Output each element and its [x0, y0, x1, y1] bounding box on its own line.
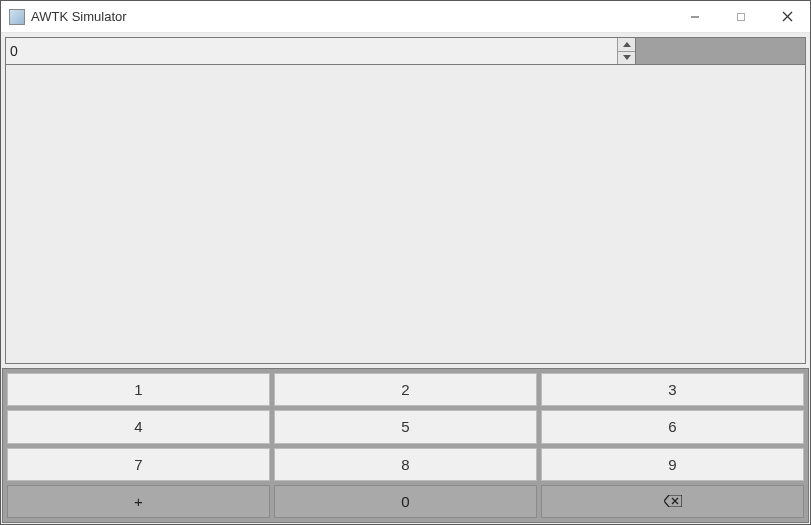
client-area: 1 2 3 4 5 6 7 8 9 + 0	[1, 33, 810, 524]
content-area	[5, 65, 806, 364]
key-backspace[interactable]	[541, 485, 804, 518]
key-9[interactable]: 9	[541, 448, 804, 481]
svg-marker-5	[623, 55, 631, 60]
window-title: AWTK Simulator	[31, 9, 127, 24]
key-6[interactable]: 6	[541, 410, 804, 443]
app-icon	[9, 9, 25, 25]
key-8[interactable]: 8	[274, 448, 537, 481]
svg-marker-4	[623, 42, 631, 47]
spin-down-button[interactable]	[618, 52, 635, 65]
key-2[interactable]: 2	[274, 373, 537, 406]
svg-rect-1	[738, 13, 745, 20]
key-3[interactable]: 3	[541, 373, 804, 406]
input-row	[5, 37, 806, 65]
keypad: 1 2 3 4 5 6 7 8 9 + 0	[2, 368, 809, 523]
minimize-button[interactable]	[672, 1, 718, 33]
app-window: AWTK Simulator	[0, 0, 811, 525]
side-button[interactable]	[636, 37, 806, 65]
spin-up-button[interactable]	[618, 38, 635, 52]
titlebar: AWTK Simulator	[1, 1, 810, 33]
key-4[interactable]: 4	[7, 410, 270, 443]
key-0[interactable]: 0	[274, 485, 537, 518]
key-plus[interactable]: +	[7, 485, 270, 518]
backspace-icon	[664, 493, 682, 510]
key-7[interactable]: 7	[7, 448, 270, 481]
number-input-wrap	[5, 37, 636, 65]
maximize-button[interactable]	[718, 1, 764, 33]
spin-buttons	[617, 38, 635, 64]
number-input[interactable]	[6, 38, 617, 64]
key-1[interactable]: 1	[7, 373, 270, 406]
key-5[interactable]: 5	[274, 410, 537, 443]
close-button[interactable]	[764, 1, 810, 33]
